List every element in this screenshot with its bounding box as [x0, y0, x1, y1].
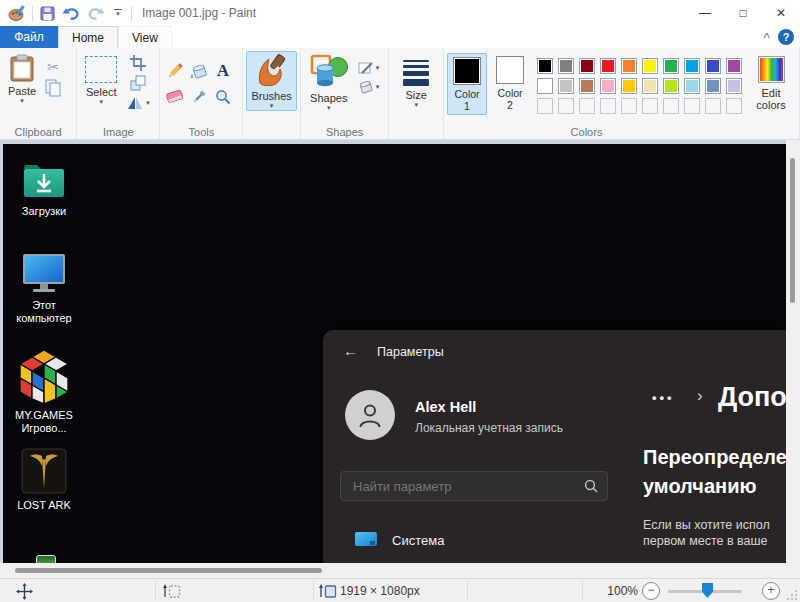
horizontal-scrollbar[interactable] [0, 563, 786, 578]
palette-color[interactable] [579, 78, 595, 94]
color-2-button[interactable]: Color 2 [491, 53, 529, 113]
edit-colors-button[interactable]: Edit colors [750, 56, 792, 111]
palette-color[interactable] [726, 58, 742, 74]
help-button[interactable]: ? [778, 29, 794, 45]
horizontal-scrollbar-thumb[interactable] [15, 568, 322, 573]
search-icon [584, 479, 598, 493]
brushes-group: Brushes ▾ [243, 48, 300, 139]
tab-file[interactable]: Файл [0, 26, 58, 48]
settings-search-box [340, 471, 608, 501]
save-button[interactable] [40, 6, 55, 21]
chevron-down-icon: ▾ [270, 102, 274, 110]
palette-color[interactable] [642, 58, 658, 74]
copy-button[interactable] [45, 79, 61, 97]
shape-fill-button[interactable]: ▾ [358, 79, 380, 94]
vertical-scrollbar[interactable] [786, 140, 800, 578]
settings-page-title: Допо [718, 382, 786, 413]
palette-color[interactable] [621, 58, 637, 74]
rotate-button[interactable]: ▾ [126, 95, 150, 110]
title-bar: ▾ Image 001.jpg - Paint — □ ✕ [0, 0, 800, 26]
palette-color[interactable] [684, 78, 700, 94]
maximize-button[interactable]: □ [724, 0, 762, 26]
cut-button[interactable]: ✂ [47, 59, 59, 75]
color-1-swatch [453, 57, 481, 85]
cursor-position-icon [16, 583, 33, 600]
chevron-down-icon: ▾ [414, 101, 418, 109]
magnifier-tool[interactable] [215, 89, 231, 105]
customize-qat-dropdown[interactable]: ▾ [112, 9, 124, 17]
palette-empty-slot[interactable] [705, 98, 721, 114]
paste-button[interactable]: Paste ▾ [3, 51, 41, 105]
crop-button[interactable] [130, 55, 146, 71]
rainbow-palette-icon [758, 56, 785, 83]
palette-color[interactable] [726, 78, 742, 94]
palette-empty-slot[interactable] [726, 98, 742, 114]
text-tool[interactable]: A [217, 61, 229, 81]
pencil-tool[interactable] [166, 62, 184, 80]
palette-empty-slot[interactable] [579, 98, 595, 114]
zoom-out-button[interactable]: − [642, 582, 660, 600]
undo-button[interactable] [62, 6, 80, 21]
collapse-ribbon-button[interactable]: ^ [764, 31, 770, 43]
vertical-scrollbar-thumb[interactable] [790, 158, 795, 303]
settings-search-input [341, 472, 607, 500]
palette-color[interactable] [621, 78, 637, 94]
minimize-button[interactable]: — [686, 0, 724, 26]
palette-color[interactable] [600, 58, 616, 74]
color-1-button[interactable]: Color 1 [447, 53, 487, 115]
tab-view[interactable]: View [118, 26, 172, 48]
palette-empty-slot[interactable] [600, 98, 616, 114]
account-name: Alex Hell [415, 399, 476, 415]
palette-color[interactable] [579, 58, 595, 74]
desktop-icon-lost-ark: LOST ARK [5, 448, 83, 512]
palette-empty-slot[interactable] [684, 98, 700, 114]
image-size-icon [318, 583, 337, 599]
ribbon-tab-row: Файл Home View ^ ? [0, 26, 800, 48]
color-picker-tool[interactable] [191, 89, 207, 105]
paint-canvas[interactable]: Загрузки Этот компьютер MY.GAMES Игрово.… [3, 144, 786, 563]
selection-size-icon [162, 583, 181, 599]
palette-empty-slot[interactable] [642, 98, 658, 114]
shape-outline-button[interactable]: ▾ [358, 61, 380, 75]
palette-color[interactable] [663, 78, 679, 94]
tab-home[interactable]: Home [58, 26, 118, 48]
resize-grip[interactable] [787, 590, 798, 601]
breadcrumb-ellipsis: ••• [652, 390, 675, 405]
colors-group: Color 1 Color 2 Edit colors Colors [444, 48, 800, 139]
paint-app-icon[interactable] [8, 5, 25, 22]
fill-bucket-tool[interactable] [189, 62, 208, 80]
palette-color[interactable] [600, 78, 616, 94]
chevron-down-icon: ▾ [327, 104, 331, 112]
palette-empty-slot[interactable] [558, 98, 574, 114]
select-button[interactable]: Select ▾ [80, 51, 122, 106]
resize-button[interactable] [130, 75, 146, 91]
palette-color[interactable] [705, 58, 721, 74]
settings-body-text: Если вы хотите испол первом месте в ваше [643, 517, 770, 549]
eraser-tool[interactable] [165, 89, 184, 104]
palette-color[interactable] [684, 58, 700, 74]
palette-color[interactable] [537, 58, 553, 74]
avatar [345, 390, 395, 440]
window-title: Image 001.jpg - Paint [142, 6, 686, 20]
account-type: Локальная учетная запись [415, 421, 563, 435]
palette-color[interactable] [705, 78, 721, 94]
palette-color[interactable] [642, 78, 658, 94]
chevron-down-icon: ▾ [116, 11, 120, 17]
palette-color[interactable] [537, 78, 553, 94]
palette-empty-slot[interactable] [537, 98, 553, 114]
zoom-in-button[interactable]: + [762, 582, 780, 600]
palette-color[interactable] [558, 58, 574, 74]
palette-empty-slot[interactable] [621, 98, 637, 114]
palette-color[interactable] [663, 58, 679, 74]
brushes-button[interactable]: Brushes ▾ [246, 51, 296, 111]
size-button[interactable]: Size ▾ [398, 51, 434, 109]
redo-button[interactable] [87, 6, 105, 21]
chevron-down-icon: ▾ [376, 83, 380, 91]
close-button[interactable]: ✕ [762, 0, 800, 26]
mygames-cube-icon [19, 348, 69, 404]
zoom-slider-thumb[interactable] [702, 583, 713, 598]
palette-color[interactable] [558, 78, 574, 94]
palette-empty-slot[interactable] [663, 98, 679, 114]
clipboard-group: Paste ▾ ✂ Clipboard [0, 48, 77, 139]
shapes-button[interactable]: Shapes ▾ [304, 51, 354, 112]
